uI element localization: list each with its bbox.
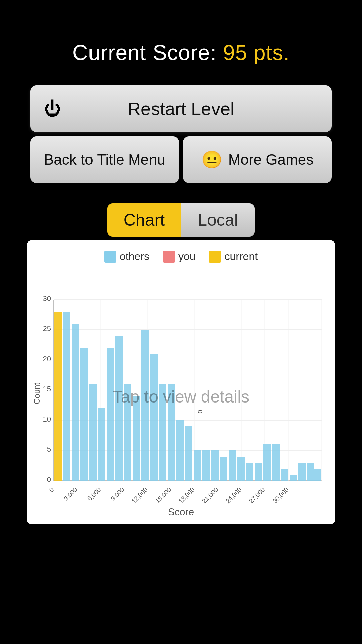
svg-rect-47	[237, 457, 245, 481]
svg-rect-54	[298, 463, 306, 481]
svg-rect-43	[202, 450, 210, 481]
svg-text:18,000: 18,000	[177, 486, 196, 504]
svg-rect-44	[211, 450, 219, 481]
svg-rect-36	[141, 330, 149, 481]
secondary-button-row: Back to Title Menu 😐 More Games	[30, 136, 332, 183]
svg-rect-42	[194, 450, 201, 481]
svg-rect-28	[72, 324, 79, 481]
svg-rect-39	[168, 384, 175, 481]
svg-rect-46	[229, 450, 236, 481]
svg-text:27,000: 27,000	[248, 486, 266, 504]
svg-rect-50	[263, 444, 271, 481]
buttons-container: ⏻ Restart Level Back to Title Menu 😐 Mor…	[30, 85, 332, 183]
y-axis-labels: 0 5 10 15 20 25 30	[43, 294, 51, 484]
svg-text:6,000: 6,000	[86, 486, 102, 502]
svg-rect-41	[185, 426, 192, 481]
svg-rect-40	[176, 420, 184, 481]
svg-rect-55	[307, 463, 314, 481]
tab-local[interactable]: Local	[181, 203, 255, 237]
you-swatch	[163, 251, 175, 263]
svg-text:30: 30	[43, 294, 51, 303]
svg-text:30,000: 30,000	[271, 486, 290, 504]
histogram-svg: 0 5 10 15 20 25 30 Count	[34, 269, 328, 504]
svg-text:0: 0	[48, 486, 55, 493]
tab-local-label: Local	[198, 211, 238, 229]
current-swatch	[209, 251, 221, 263]
others-label: others	[120, 250, 149, 263]
svg-rect-52	[281, 469, 288, 481]
svg-rect-37	[150, 354, 158, 481]
svg-text:15: 15	[43, 385, 51, 393]
tab-chart[interactable]: Chart	[107, 203, 181, 237]
tabs-container: Chart Local	[107, 203, 255, 237]
restart-icon: ⏻	[44, 99, 61, 119]
x-axis-labels-rotated: 0 3,000 6,000 9,000 12,000 15,000 18,000…	[48, 486, 290, 504]
svg-rect-56	[314, 469, 321, 481]
back-label: Back to Title Menu	[44, 151, 165, 168]
svg-rect-30	[89, 384, 97, 481]
svg-rect-34	[124, 384, 131, 481]
svg-rect-38	[159, 384, 166, 481]
svg-text:9,000: 9,000	[109, 486, 125, 502]
svg-rect-35	[133, 396, 140, 481]
svg-rect-27	[63, 312, 70, 481]
score-value: 95 pts.	[223, 41, 290, 65]
svg-text:15,000: 15,000	[154, 486, 173, 504]
you-label: you	[178, 250, 196, 263]
svg-text:24,000: 24,000	[224, 486, 243, 504]
histogram-area: Tap to view details	[34, 269, 328, 504]
x-axis-labels: 0	[195, 406, 206, 417]
restart-button[interactable]: ⏻ Restart Level	[30, 85, 332, 132]
tab-chart-label: Chart	[124, 211, 165, 229]
svg-text:21,000: 21,000	[201, 486, 220, 504]
svg-rect-53	[290, 475, 297, 481]
svg-rect-32	[107, 348, 114, 481]
svg-text:5: 5	[47, 445, 51, 453]
score-label: Current Score:	[72, 41, 217, 65]
restart-label: Restart Level	[128, 98, 234, 119]
svg-text:10: 10	[43, 415, 51, 423]
x-axis-label: Score	[34, 506, 328, 518]
svg-rect-33	[115, 336, 123, 481]
svg-rect-48	[246, 463, 253, 481]
more-games-button[interactable]: 😐 More Games	[183, 136, 332, 183]
svg-text:12,000: 12,000	[130, 486, 149, 504]
legend-others: others	[104, 250, 149, 263]
svg-rect-45	[220, 457, 227, 481]
svg-rect-26	[54, 312, 62, 481]
legend-current: current	[209, 250, 258, 263]
chart-panel[interactable]: others you current Tap to view details	[27, 240, 335, 524]
svg-rect-49	[255, 463, 262, 481]
score-display: Current Score: 95 pts.	[72, 40, 290, 65]
legend-you: you	[163, 250, 196, 263]
y-axis-title: Count	[34, 383, 41, 404]
current-label: current	[224, 250, 258, 263]
svg-text:0: 0	[47, 475, 51, 484]
svg-text:3,000: 3,000	[62, 486, 78, 502]
back-to-title-button[interactable]: Back to Title Menu	[30, 136, 179, 183]
more-games-icon: 😐	[201, 150, 222, 169]
chart-legend: others you current	[34, 250, 328, 263]
more-games-label: More Games	[228, 151, 313, 168]
svg-rect-51	[272, 444, 280, 481]
histogram-bars	[54, 312, 321, 481]
svg-text:0: 0	[197, 410, 204, 414]
svg-rect-31	[98, 408, 105, 481]
svg-rect-29	[80, 348, 88, 481]
svg-text:25: 25	[43, 324, 51, 333]
svg-text:20: 20	[43, 355, 51, 363]
others-swatch	[104, 251, 116, 263]
